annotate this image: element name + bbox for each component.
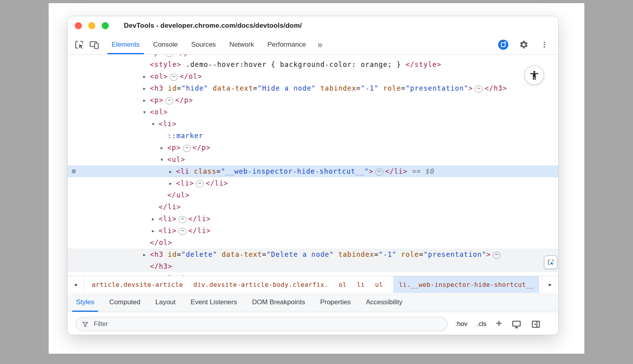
breadcrumb-item[interactable]: ul — [375, 276, 383, 293]
code-token: </li> — [385, 167, 408, 175]
ellipsis-badge[interactable]: ⋯ — [178, 228, 186, 235]
minimize-window-button[interactable] — [88, 22, 95, 29]
sidebar-tab-event-listeners[interactable]: Event Listeners — [183, 293, 244, 312]
accessibility-button[interactable] — [525, 66, 543, 84]
breadcrumb-item[interactable]: ol — [339, 276, 347, 293]
breadcrumb-scroll-left-button[interactable]: ◀ — [68, 276, 84, 293]
tree-row[interactable]: <h3 id="hide" data-text="Hide a node" ta… — [68, 82, 558, 94]
ellipsis-badge[interactable]: ⋯ — [165, 55, 173, 57]
sidebar-tab-dom-breakpoints[interactable]: DOM Breakpoints — [244, 293, 313, 312]
rotate-device-button[interactable] — [496, 39, 511, 50]
tree-row[interactable]: <li>⋯</li> — [68, 225, 558, 237]
settings-button[interactable] — [516, 40, 531, 49]
new-style-rule-button[interactable]: + — [496, 319, 502, 327]
tree-row[interactable]: <p>⋯</p> — [68, 272, 558, 276]
code-token: </ol> — [180, 72, 202, 80]
breadcrumb-scroll-right-button[interactable]: ▶ — [542, 276, 558, 293]
floating-inspect-button[interactable] — [544, 256, 557, 269]
collapse-arrow-icon[interactable] — [161, 154, 167, 167]
ellipsis-badge[interactable]: ⋯ — [196, 180, 204, 188]
expand-arrow-icon[interactable] — [161, 142, 167, 155]
panel-tab-network[interactable]: Network — [223, 35, 261, 54]
tree-row[interactable]: <p>⋯</p> — [68, 94, 558, 106]
panel-tab-sources[interactable]: Sources — [184, 35, 222, 54]
code-token: <li> — [176, 179, 194, 187]
kebab-menu-icon — [540, 40, 549, 49]
collapse-arrow-icon[interactable] — [152, 118, 159, 131]
expand-arrow-icon[interactable] — [143, 248, 150, 262]
code-token: </li> — [159, 203, 181, 211]
inspect-element-button[interactable] — [72, 35, 87, 54]
tree-row[interactable]: <ol>⋯</ol> — [68, 70, 558, 82]
panel-tab-performance[interactable]: Performance — [261, 35, 313, 54]
expand-arrow-icon[interactable] — [169, 165, 176, 178]
ellipsis-badge[interactable]: ⋯ — [183, 145, 191, 152]
tree-row[interactable]: <ol> — [68, 106, 558, 118]
toggle-sidebar-button[interactable] — [531, 319, 541, 329]
panel-tabs: ElementsConsoleSourcesNetworkPerformance — [105, 35, 313, 54]
tree-row[interactable]: <ul> — [68, 154, 558, 165]
sidebar-tab-properties[interactable]: Properties — [313, 293, 358, 312]
expand-arrow-icon[interactable] — [143, 94, 150, 107]
sidebar-tab-computed[interactable]: Computed — [102, 293, 148, 312]
expand-arrow-icon[interactable] — [152, 225, 159, 238]
tree-row[interactable]: <li>⋯</li> — [68, 213, 558, 225]
ellipsis-badge[interactable]: ⋯ — [170, 74, 178, 81]
tree-row[interactable]: </h3> — [68, 260, 558, 272]
ellipsis-badge[interactable]: ⋯ — [178, 216, 186, 223]
code-token: > — [369, 167, 373, 175]
devtools-toolbar: ElementsConsoleSourcesNetworkPerformance… — [68, 35, 558, 55]
expand-arrow-icon[interactable] — [143, 82, 150, 95]
close-window-button[interactable] — [75, 22, 82, 29]
expand-arrow-icon[interactable] — [143, 70, 150, 83]
sidebar-tab-styles[interactable]: Styles — [68, 293, 102, 312]
filter-input[interactable] — [93, 320, 442, 328]
code-token: <li> — [159, 215, 176, 223]
tree-row[interactable]: <li> — [68, 118, 558, 130]
breadcrumb-item[interactable]: div.devsite-article-body.clearfix. — [193, 276, 328, 293]
devtools-window: DevTools - developer.chrome.com/docs/dev… — [67, 16, 559, 335]
ellipsis-badge[interactable]: ⋯ — [165, 275, 173, 276]
menu-button[interactable] — [537, 40, 552, 49]
element-classes-button[interactable]: .cls — [477, 320, 486, 328]
inspect-icon — [74, 40, 84, 50]
tree-row[interactable]: </li> — [68, 201, 558, 213]
code-token: <ul> — [167, 155, 185, 163]
ellipsis-badge[interactable]: ⋯ — [475, 85, 483, 93]
code-token: = — [177, 250, 181, 258]
code-token: <p> — [150, 55, 163, 57]
code-token: "__web-inspector-hide-shortcut__" — [221, 167, 369, 175]
code-token: </style> — [406, 61, 442, 68]
expand-arrow-icon[interactable] — [169, 177, 176, 190]
panel-tab-elements[interactable]: Elements — [105, 35, 146, 54]
sidebar-tab-layout[interactable]: Layout — [148, 293, 183, 312]
more-panels-button[interactable]: » — [313, 35, 327, 54]
tree-row[interactable]: <p>⋯</p> — [68, 142, 558, 154]
ellipsis-badge[interactable]: ⋯ — [375, 169, 383, 176]
tree-row[interactable]: <li>⋯</li> — [68, 177, 558, 189]
toggle-rendering-button[interactable] — [512, 319, 521, 329]
breadcrumb-item[interactable]: li.__web-inspector-hide-shortcut__ — [393, 276, 539, 293]
expand-arrow-icon[interactable] — [152, 213, 159, 226]
ellipsis-badge[interactable]: ⋯ — [165, 97, 173, 104]
zoom-window-button[interactable] — [102, 22, 109, 29]
toggle-device-toolbar-button[interactable] — [87, 35, 102, 54]
tree-row[interactable]: <style> .demo--hover:hover { background-… — [68, 59, 558, 70]
tree-row[interactable]: <li class="__web-inspector-hide-shortcut… — [68, 165, 558, 177]
tree-row[interactable]: ::marker — [68, 130, 558, 142]
tree-row[interactable]: <p>⋯</p> — [68, 55, 558, 59]
collapse-arrow-icon[interactable] — [143, 106, 150, 119]
breadcrumb-item[interactable]: li — [357, 276, 365, 293]
tree-row[interactable]: </ol> — [68, 237, 558, 248]
panel-tab-console[interactable]: Console — [146, 35, 184, 54]
ellipsis-badge[interactable]: ⋯ — [493, 252, 501, 259]
code-token: </h3> — [150, 262, 172, 270]
toggle-element-state-button[interactable]: :hov — [455, 320, 467, 328]
tree-row[interactable]: <h3 id="delete" data-text="Delete a node… — [68, 248, 558, 260]
code-token: <h3 — [150, 84, 163, 92]
breadcrumb-item[interactable]: article.devsite-article — [92, 276, 183, 293]
sidebar-tab-accessibility[interactable]: Accessibility — [358, 293, 410, 312]
tree-row[interactable]: </ul> — [68, 189, 558, 201]
styles-toolbar: :hov .cls + — [68, 312, 558, 335]
expand-arrow-icon[interactable] — [143, 272, 150, 276]
